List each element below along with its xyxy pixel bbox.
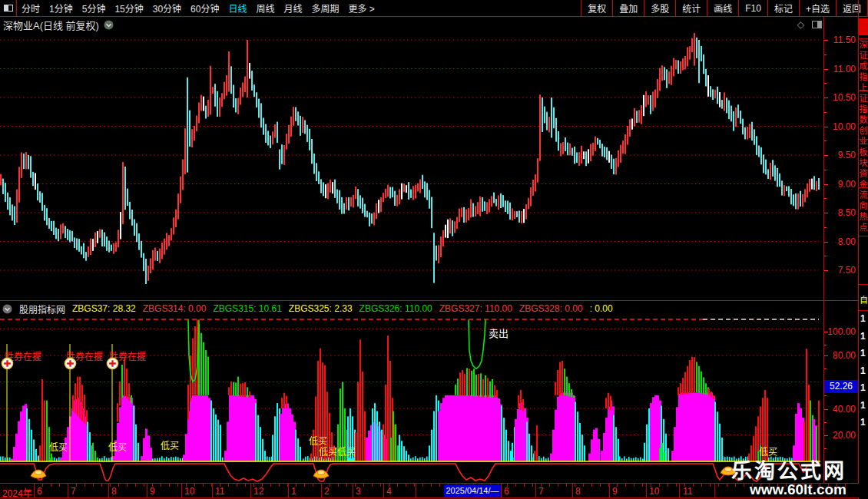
candle [410, 190, 412, 198]
candle [611, 155, 612, 169]
comb-tick [54, 458, 55, 461]
indicator-value-8: : 0.00 [590, 303, 613, 314]
strip-separator [859, 236, 868, 236]
tool-button-1[interactable]: 叠加 [612, 0, 644, 16]
hist-bar [473, 368, 475, 396]
candle [346, 197, 347, 210]
tool-button-0[interactable]: 复权 [581, 0, 612, 16]
candle [166, 233, 167, 250]
hist-bar [520, 390, 522, 410]
candle [788, 186, 790, 197]
period-tab-4[interactable]: 30分钟 [153, 2, 181, 15]
hist-bar [438, 411, 440, 462]
comb-tick [161, 456, 163, 461]
hist-bar [210, 401, 212, 461]
tool-button-7[interactable]: +自选 [799, 0, 836, 16]
hist-bar [475, 375, 477, 396]
indicator-panel[interactable] [0, 316, 823, 499]
hist-bar [35, 449, 37, 461]
hist-bar [577, 411, 578, 461]
tool-button-2[interactable]: 多股 [644, 0, 675, 16]
tool-button-3[interactable]: 统计 [675, 0, 707, 16]
candle [528, 198, 529, 210]
hist-bar [72, 395, 74, 411]
month-label: 6 [504, 486, 509, 497]
hist-bar [143, 438, 145, 461]
candle [274, 124, 276, 138]
indicator-collapse-icon[interactable] [2, 304, 12, 314]
candle [226, 75, 227, 96]
hist-bar [818, 401, 820, 461]
candle [505, 200, 506, 212]
candle [442, 230, 444, 246]
hist-bar [124, 358, 125, 395]
hist-bar [555, 410, 557, 461]
candle [55, 228, 57, 240]
candle [53, 221, 55, 235]
chevron-down-icon[interactable] [104, 20, 114, 30]
hist-bar [352, 416, 353, 461]
candle [295, 107, 297, 121]
hist-bar [610, 396, 611, 411]
panel-layout-icon[interactable] [812, 21, 822, 28]
hist-bar [678, 394, 681, 461]
hist-bar [331, 432, 333, 461]
axis-tick [824, 435, 828, 436]
candle [14, 207, 15, 226]
candle [438, 245, 439, 263]
period-tab-1[interactable]: 1分钟 [49, 2, 73, 15]
candle [161, 243, 163, 259]
candle [498, 196, 499, 210]
hist-bar [680, 383, 681, 395]
hist-bar [119, 382, 121, 406]
hist-bar [350, 408, 351, 461]
period-tab-5[interactable]: 60分钟 [190, 2, 219, 15]
period-tab-8[interactable]: 月线 [284, 2, 303, 15]
candle [60, 224, 61, 239]
hist-bar [482, 395, 484, 461]
month-label: 8 [575, 486, 581, 497]
period-tab-0[interactable]: 分时 [22, 2, 40, 15]
candle [809, 179, 810, 192]
price-axis-label: 10.00 [823, 121, 856, 132]
period-tab-2[interactable]: 5分钟 [82, 2, 106, 15]
main-chart[interactable] [0, 30, 823, 300]
period-tab-9[interactable]: 多周期 [312, 2, 340, 15]
hist-bar [714, 402, 716, 461]
axis-tick [824, 213, 828, 213]
candle [419, 180, 421, 193]
window-split-button[interactable] [0, 0, 17, 17]
candle [258, 99, 260, 118]
period-tab-6[interactable]: 日线 [228, 2, 247, 15]
hist-bar [657, 395, 659, 461]
month-label: 11 [215, 486, 224, 497]
period-tab-3[interactable]: 15分钟 [114, 2, 143, 15]
candle [507, 201, 509, 214]
candle [429, 190, 430, 208]
hist-bar [201, 395, 204, 461]
candle [516, 211, 518, 217]
candle [249, 63, 250, 79]
date-minor-ticks [34, 484, 848, 487]
tool-button-6[interactable]: 标记 [767, 0, 799, 16]
diamond-icon[interactable]: ◇ [797, 19, 804, 30]
hist-bar [588, 454, 591, 461]
candle [244, 77, 246, 93]
hist-bar [557, 397, 559, 462]
hist-bar [682, 378, 684, 395]
month-separator [34, 484, 35, 497]
candle [385, 189, 386, 198]
right-side-strip[interactable]: 深证成指上证指数创业板块资金流向热点 自 1111111 [859, 0, 868, 499]
period-tab-10[interactable]: 更多 > [349, 2, 375, 15]
hist-bar [203, 342, 204, 395]
hist-bar [67, 427, 69, 461]
comb-tick [640, 457, 641, 461]
price-axis-label: 8.50 [823, 207, 856, 218]
candle [104, 233, 105, 247]
period-tab-7[interactable]: 周线 [256, 2, 274, 15]
tool-button-5[interactable]: F10 [738, 0, 767, 16]
tool-button-4[interactable]: 画线 [707, 0, 738, 16]
candle [147, 266, 149, 281]
hist-bar [581, 435, 583, 461]
candle [634, 108, 635, 127]
